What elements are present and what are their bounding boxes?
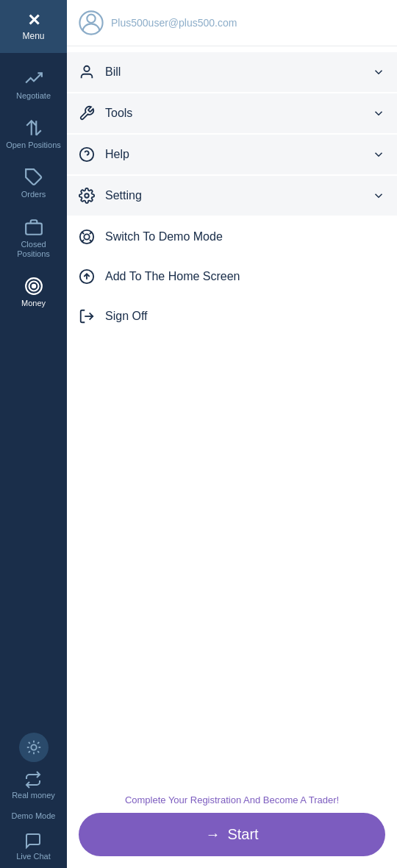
svg-line-30 <box>90 232 92 235</box>
svg-point-24 <box>85 193 89 198</box>
real-money-label: Real money <box>12 791 55 800</box>
sidebar-item-orders[interactable]: Orders <box>0 159 67 208</box>
sidebar-item-negotiate[interactable]: Negotiate <box>0 60 67 110</box>
add-home-action[interactable]: Add To The Home Screen <box>67 257 397 296</box>
sidebar-item-closed-positions[interactable]: Closed Positions <box>0 209 67 268</box>
orders-icon <box>24 168 43 187</box>
money-icon <box>24 277 43 296</box>
menu-list: Bill Tools Help <box>67 46 397 786</box>
svg-point-21 <box>84 66 89 71</box>
sign-off-label: Sign Off <box>105 310 148 323</box>
negotiate-icon <box>24 69 43 88</box>
svg-rect-3 <box>26 223 42 234</box>
sidebar-item-money[interactable]: Money <box>0 268 67 317</box>
start-button[interactable]: → Start <box>79 813 385 856</box>
demo-mode-label: Demo Mode <box>12 811 56 820</box>
sign-off-icon <box>79 308 95 324</box>
open-positions-icon <box>24 118 43 138</box>
bill-menu-item[interactable]: Bill <box>67 52 397 92</box>
tools-label: Tools <box>105 107 372 120</box>
bottom-cta: Complete Your Registration And Become A … <box>67 786 397 868</box>
real-money-button[interactable]: Real money <box>12 771 55 800</box>
svg-line-28 <box>90 240 92 242</box>
menu-label: Menu <box>22 31 44 41</box>
help-icon <box>79 146 95 163</box>
help-chevron-icon <box>372 148 385 161</box>
svg-point-6 <box>32 285 35 288</box>
tools-icon <box>79 105 95 121</box>
sidebar-item-open-positions[interactable]: Open Positions <box>0 110 67 159</box>
sign-off-action[interactable]: Sign Off <box>67 296 397 336</box>
svg-line-14 <box>37 742 39 744</box>
setting-menu-item[interactable]: Setting <box>67 176 397 216</box>
switch-demo-icon <box>79 229 95 245</box>
svg-line-12 <box>28 742 29 744</box>
sidebar-bottom: Real money Demo Mode Live Chat <box>0 733 67 868</box>
theme-toggle-button[interactable] <box>19 733 49 762</box>
tools-menu-item[interactable]: Tools <box>67 93 397 133</box>
setting-chevron-icon <box>372 189 385 202</box>
bill-icon <box>79 64 95 80</box>
svg-line-29 <box>82 240 85 242</box>
start-label: Start <box>227 826 258 843</box>
cta-text: Complete Your Registration And Become A … <box>79 794 385 805</box>
sidebar-nav: Negotiate Open Positions Orders <box>0 53 67 733</box>
bill-label: Bill <box>105 65 372 79</box>
live-chat-button[interactable]: Live Chat <box>16 832 50 861</box>
chat-icon <box>24 832 42 850</box>
setting-icon <box>79 188 95 204</box>
user-avatar-icon <box>79 10 104 35</box>
setting-label: Setting <box>105 189 372 202</box>
help-label: Help <box>105 148 372 161</box>
svg-point-7 <box>31 744 36 750</box>
user-header: Plus500user@plus500.com <box>67 0 397 46</box>
add-home-icon <box>79 268 95 285</box>
main-content: Plus500user@plus500.com Bill Tools <box>67 0 397 868</box>
user-email: Plus500user@plus500.com <box>111 17 237 29</box>
menu-button[interactable]: ✕ Menu <box>0 0 67 53</box>
sun-icon <box>26 739 42 755</box>
arrow-right-icon: → <box>205 826 220 843</box>
switch-demo-action[interactable]: Switch To Demo Mode <box>67 217 397 257</box>
svg-line-15 <box>28 751 29 753</box>
transfer-icon <box>24 771 42 789</box>
svg-point-26 <box>84 234 89 239</box>
close-icon: ✕ <box>27 13 40 29</box>
add-home-label: Add To The Home Screen <box>105 270 240 283</box>
svg-line-27 <box>82 232 85 235</box>
switch-demo-label: Switch To Demo Mode <box>105 230 223 243</box>
svg-line-13 <box>37 751 39 753</box>
live-chat-label: Live Chat <box>16 852 50 861</box>
closed-positions-icon <box>24 218 43 237</box>
tools-chevron-icon <box>372 107 385 120</box>
svg-point-19 <box>87 15 95 23</box>
help-menu-item[interactable]: Help <box>67 135 397 174</box>
sidebar: ✕ Menu Negotiate Open Positions <box>0 0 67 868</box>
bill-chevron-icon <box>372 65 385 79</box>
